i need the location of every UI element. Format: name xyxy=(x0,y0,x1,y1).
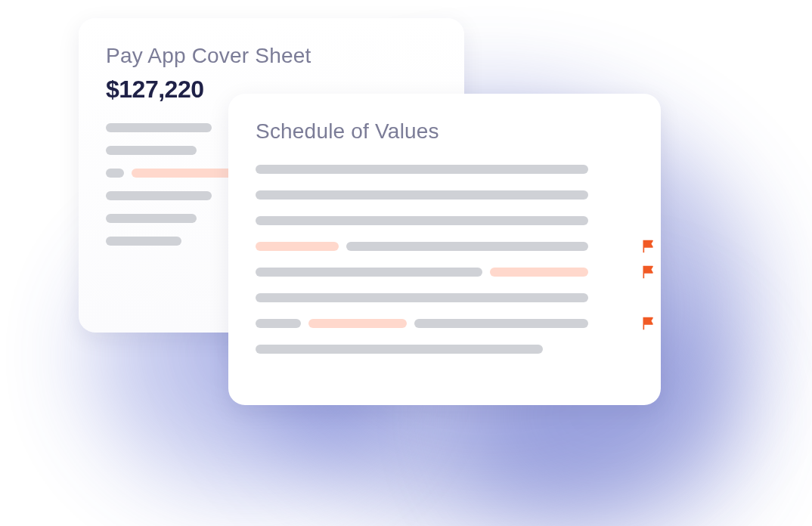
placeholder-segment xyxy=(106,123,212,132)
flag-icon xyxy=(641,265,656,280)
placeholder-segment xyxy=(106,191,212,200)
placeholder-segment xyxy=(346,242,588,251)
placeholder-segment xyxy=(106,237,181,246)
highlighted-segment xyxy=(490,268,588,277)
flag-icon xyxy=(641,316,656,331)
placeholder-segment xyxy=(106,214,197,223)
placeholder-segment xyxy=(256,293,588,302)
placeholder-segment xyxy=(256,165,588,174)
highlighted-segment xyxy=(256,242,339,251)
placeholder-row xyxy=(256,345,634,354)
placeholder-row xyxy=(256,165,634,174)
placeholder-row xyxy=(256,216,634,225)
placeholder-segment xyxy=(256,268,482,277)
schedule-of-values-card: Schedule of Values xyxy=(228,94,661,405)
placeholder-segment xyxy=(106,169,124,178)
placeholder-segment xyxy=(256,216,588,225)
card-title: Schedule of Values xyxy=(256,119,634,144)
placeholder-row xyxy=(256,190,634,200)
placeholder-row xyxy=(256,242,634,251)
highlighted-segment xyxy=(308,319,407,328)
placeholder-segment xyxy=(256,345,543,354)
card-title: Pay App Cover Sheet xyxy=(106,44,437,68)
placeholder-segment xyxy=(256,319,301,328)
placeholder-segment xyxy=(106,146,197,155)
flag-icon xyxy=(641,239,656,254)
placeholder-row xyxy=(256,293,634,302)
placeholder-segment xyxy=(256,190,588,200)
placeholder-row xyxy=(256,319,634,328)
placeholder-row xyxy=(256,268,634,277)
placeholder-segment xyxy=(414,319,588,328)
placeholder-lines xyxy=(256,165,634,354)
